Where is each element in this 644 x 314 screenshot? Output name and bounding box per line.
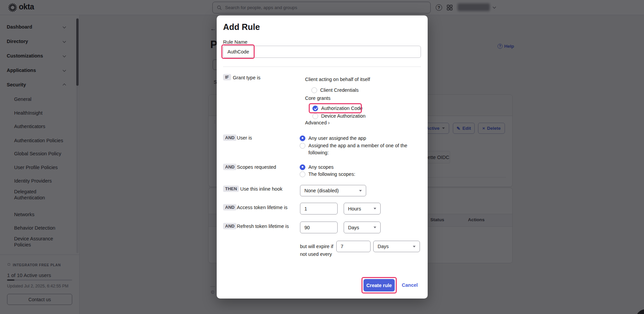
- refresh-token-unit-select[interactable]: Days: [344, 222, 381, 233]
- and-badge-scopes: AND: [223, 164, 237, 170]
- add-rule-modal: Add Rule Rule Name IF Grant type is Clie…: [217, 15, 428, 299]
- modal-title: Add Rule: [223, 22, 260, 32]
- modal-divider: [223, 67, 421, 67]
- grant-type-label: Grant type is: [233, 75, 260, 80]
- inline-hook-label: Use this inline hook: [240, 186, 283, 192]
- select-caret-icon: [413, 246, 416, 247]
- okta-admin-screen: ← P A S ⋮⋮ Active ✎ Edit × Delete ette O…: [0, 0, 644, 314]
- rule-name-input[interactable]: [223, 46, 421, 58]
- expire-label-line1: but will expire if: [300, 244, 333, 249]
- then-badge: THEN: [223, 186, 239, 192]
- refresh-token-value-input[interactable]: [300, 222, 338, 233]
- any-scopes-option[interactable]: Any scopes: [300, 164, 334, 170]
- access-token-label: Access token lifetime is: [237, 205, 288, 210]
- device-authorization-option[interactable]: Device Authorization: [312, 113, 366, 119]
- scopes-label: Scopes requested: [237, 164, 276, 170]
- any-scopes-radio[interactable]: [300, 164, 305, 170]
- following-scopes-radio[interactable]: [300, 171, 305, 177]
- expire-label-line2: not used every: [300, 251, 332, 257]
- authorization-code-checkbox[interactable]: [312, 106, 318, 111]
- assigned-user-option[interactable]: Assigned the app and a member of one of …: [300, 142, 409, 156]
- expire-unit-select[interactable]: Days: [373, 241, 420, 252]
- any-user-option[interactable]: Any user assigned the app: [300, 135, 366, 142]
- client-credentials-checkbox[interactable]: [311, 87, 317, 93]
- any-user-radio[interactable]: [300, 135, 305, 141]
- if-badge: IF: [223, 74, 231, 80]
- inline-hook-select[interactable]: None (disabled): [300, 185, 366, 196]
- select-caret-icon: [359, 190, 362, 192]
- client-credentials-option[interactable]: Client Credentials: [311, 87, 358, 93]
- refresh-token-label: Refresh token lifetime is: [237, 224, 289, 229]
- access-token-value-input[interactable]: [300, 203, 338, 214]
- authorization-code-option[interactable]: Authorization Code: [312, 105, 362, 112]
- user-is-label: User is: [237, 135, 252, 141]
- expire-value-input[interactable]: [336, 241, 371, 252]
- advanced-link[interactable]: Advanced ›: [305, 120, 330, 125]
- select-caret-icon: [374, 208, 376, 209]
- advanced-chevron-icon: ›: [328, 120, 330, 125]
- device-authorization-checkbox[interactable]: [312, 113, 318, 119]
- select-caret-icon: [374, 227, 376, 228]
- and-badge-user: AND: [223, 134, 237, 141]
- and-badge-refresh: AND: [223, 223, 237, 229]
- access-token-unit-select[interactable]: Hours: [344, 203, 381, 214]
- assigned-user-radio[interactable]: [300, 143, 305, 149]
- cancel-button[interactable]: Cancel: [402, 282, 418, 288]
- create-rule-button[interactable]: Create rule: [363, 279, 395, 291]
- grant-group-client: Client acting on behalf of itself: [305, 77, 370, 82]
- and-badge-access: AND: [223, 204, 237, 210]
- grant-group-core: Core grants: [305, 95, 331, 101]
- following-scopes-option[interactable]: The following scopes:: [300, 171, 355, 178]
- rule-name-label: Rule Name: [223, 39, 248, 45]
